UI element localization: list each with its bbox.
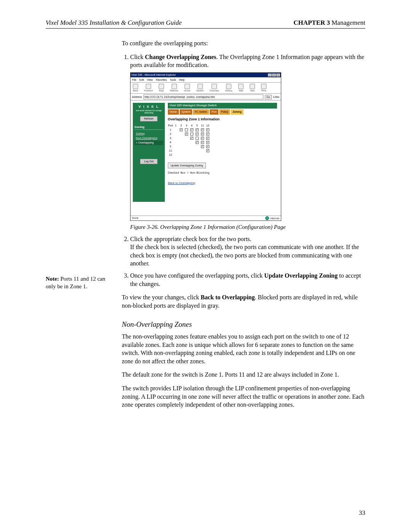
menu-edit[interactable]: Edit <box>139 78 144 81</box>
sidebar-section-zoning: Zoning <box>134 125 163 130</box>
menu-file[interactable]: File <box>132 78 136 81</box>
search-icon <box>198 84 203 89</box>
checkbox[interactable] <box>185 133 188 136</box>
size-icon <box>250 84 255 89</box>
product-bar: Vixel 335 Managed Storage Switch <box>168 103 277 109</box>
checkbox[interactable] <box>196 137 199 140</box>
para-1: The non-overlapping zones feature enable… <box>122 332 365 365</box>
history-button[interactable]: History <box>225 84 233 92</box>
status-zone: Internet <box>265 216 279 220</box>
window-title: Vixel 335 - Microsoft Internet Explorer <box>131 73 176 77</box>
browser-menubar: File Edit View Favorites Tools Help <box>131 77 281 83</box>
favorites-icon <box>212 84 217 89</box>
menu-help[interactable]: Help <box>179 78 185 81</box>
view-changes-text: To view the your changes, click Back to … <box>122 293 365 310</box>
sidebar-link-overlapping[interactable]: > Overlapping <box>134 141 163 145</box>
checkbox-legend: Checked Box = Non-Blocking <box>168 171 277 175</box>
tab-port[interactable]: Port <box>210 109 218 114</box>
maximize-icon[interactable]: □ <box>272 73 276 77</box>
page-header: Vixel Model 335 Installation & Configura… <box>46 19 365 29</box>
tab-zoning[interactable]: Zoning <box>231 109 243 114</box>
step-1: Click Change Overlapping Zones. The Over… <box>130 53 365 231</box>
port-matrix: Port 1 2 3 4 5 11 12 1 <box>168 124 277 157</box>
browser-toolbar: Back Forward Stop Refresh Home Search Fa… <box>131 83 281 94</box>
app-main: Vixel 335 Managed Storage Switch Home Sy… <box>166 103 279 185</box>
checkbox[interactable] <box>196 141 199 144</box>
header-guide-title: Vixel Model 335 Installation & Configura… <box>46 19 182 27</box>
forward-button[interactable]: Forward <box>144 84 153 92</box>
refresh-button[interactable]: Refresh <box>170 84 178 92</box>
checkbox[interactable] <box>185 128 188 131</box>
back-icon <box>133 84 138 89</box>
status-done: Done <box>132 216 139 220</box>
refresh-icon <box>172 84 177 89</box>
close-icon[interactable]: × <box>276 73 280 77</box>
forward-icon <box>146 84 151 89</box>
print-button[interactable]: Print <box>261 84 266 92</box>
figure-caption: Figure 3-26. Overlapping Zone 1 Informat… <box>130 223 365 231</box>
stop-button[interactable]: Stop <box>159 84 164 92</box>
minimize-icon[interactable]: _ <box>268 73 272 77</box>
tab-row: Home System FC Switch Port Policy Zoning <box>168 109 277 114</box>
sidebar-link-nonoverlapping[interactable]: Non-Overlapping <box>134 136 163 141</box>
header-chapter: CHAPTER 3 Management <box>293 19 365 27</box>
logout-button[interactable]: Log Out <box>140 159 158 164</box>
sidebar-refresh-button[interactable]: Refresh <box>140 116 158 121</box>
links-dropdown[interactable]: Links <box>273 95 279 99</box>
tab-fcswitch[interactable]: FC Switch <box>193 109 209 114</box>
checkbox[interactable] <box>201 133 204 136</box>
home-button[interactable]: Home <box>184 84 190 92</box>
address-input[interactable] <box>143 94 264 99</box>
checkbox[interactable] <box>196 128 199 131</box>
margin-note: Note: Ports 11 and 12 can only be in Zon… <box>46 275 112 290</box>
intro-text: To configure the overlapping ports: <box>122 39 365 48</box>
mail-button[interactable]: Mail <box>238 84 244 92</box>
checkbox[interactable] <box>190 133 193 136</box>
chapter-title: Management <box>330 19 365 26</box>
home-icon <box>185 84 190 89</box>
checkbox[interactable] <box>180 128 183 131</box>
tab-system[interactable]: System <box>180 109 192 114</box>
menu-favorites[interactable]: Favorites <box>156 78 167 81</box>
subheading-nonoverlapping: Non-Overlapping Zones <box>122 320 365 329</box>
checkbox[interactable] <box>206 128 209 131</box>
menu-view[interactable]: View <box>147 78 153 81</box>
checkbox[interactable] <box>206 149 209 152</box>
app-sidebar: V I X E L real world solutions for stora… <box>133 103 165 202</box>
checkbox[interactable] <box>201 141 204 144</box>
mail-icon <box>238 84 244 89</box>
history-icon <box>226 84 231 89</box>
checkbox[interactable] <box>206 145 209 148</box>
tab-policy[interactable]: Policy <box>219 109 230 114</box>
update-overlapping-button[interactable]: Update Overlapping Zoning <box>168 163 206 168</box>
checkbox[interactable] <box>201 128 204 131</box>
step-2: Click the appropriate check box for the … <box>130 235 365 268</box>
page-number: 33 <box>359 509 365 517</box>
checkbox[interactable] <box>206 141 209 144</box>
checkbox[interactable] <box>201 137 204 140</box>
checkbox[interactable] <box>201 145 204 148</box>
globe-icon <box>265 216 269 220</box>
app-body: V I X E L real world solutions for stora… <box>131 101 281 216</box>
checkbox[interactable] <box>206 137 209 140</box>
checkbox[interactable] <box>206 133 209 136</box>
go-button[interactable]: Go <box>265 95 271 99</box>
address-bar: Address Go Links <box>131 94 281 101</box>
favorites-button[interactable]: Favorites <box>210 84 219 92</box>
checkbox[interactable] <box>196 133 199 136</box>
col-port-label: Port <box>168 124 173 128</box>
window-buttons: _ □ × <box>268 73 280 77</box>
back-button[interactable]: Back <box>133 84 138 92</box>
checkbox[interactable] <box>190 128 193 131</box>
stop-icon <box>159 84 164 89</box>
size-button[interactable]: Size <box>250 84 255 92</box>
sidebar-link-zoning[interactable]: Zoning <box>134 131 163 136</box>
back-to-overlapping-link[interactable]: Back to Overlapping <box>168 181 195 185</box>
step-3: Once you have configured the overlapping… <box>130 272 365 288</box>
tab-home[interactable]: Home <box>168 109 179 114</box>
search-button[interactable]: Search <box>196 84 204 92</box>
checkbox[interactable] <box>190 137 193 140</box>
menu-tools[interactable]: Tools <box>170 78 176 81</box>
screenshot-figure: Vixel 335 - Microsoft Internet Explorer … <box>130 72 281 221</box>
para-3: The switch provides LIP isolation throug… <box>122 384 365 409</box>
